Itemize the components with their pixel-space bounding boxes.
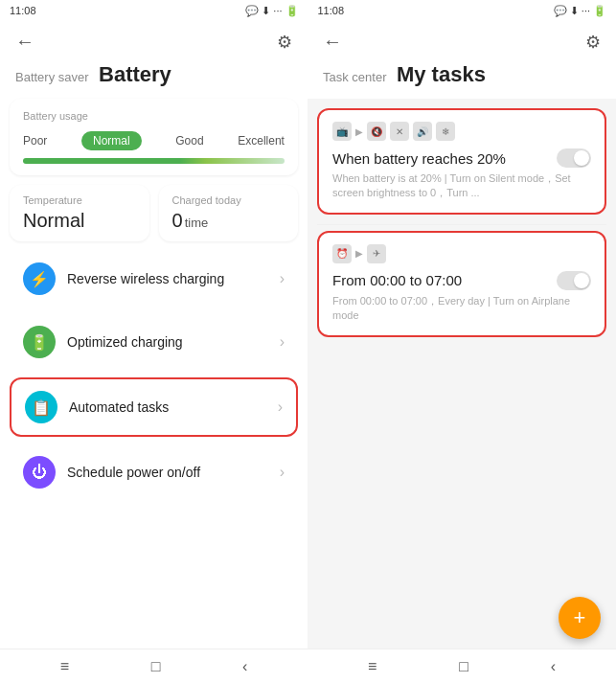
status-icons-left: 💬 ⬇ ··· [245,5,282,17]
task-battery-icon-vol: 🔊 [413,122,432,141]
tasks-list: 📺 ▶ 🔇 ✕ 🔊 ❄ When battery reaches 20% Whe… [308,99,616,649]
task-battery-icon-silent: 🔇 [367,122,386,141]
task-time-arrow: ▶ [355,248,363,259]
right-header: ← ⚙ [308,21,616,58]
menu-item-reverse-wireless[interactable]: ⚡ Reverse wireless charging › [10,251,298,307]
level-good: Good [175,134,203,148]
task-battery-icon-snow: ❄ [436,122,455,141]
status-bar-left: 11:08 💬 ⬇ ··· 🔋 [0,0,308,21]
status-battery-left: 🔋 [285,5,299,17]
temperature-label: Temperature [23,194,136,206]
task-time-toggle-knob [574,273,589,288]
right-gear-button[interactable]: ⚙ [585,32,601,53]
task-battery-title-row: When battery reaches 20% [332,148,591,168]
task-time-title: From 00:00 to 07:00 [332,272,549,288]
level-poor: Poor [23,134,47,148]
task-time-title-row: From 00:00 to 07:00 [332,271,591,290]
left-panel: ← ⚙ Battery saver Battery Battery usage … [0,21,308,683]
menu-section: ⚡ Reverse wireless charging › 🔋 Optimize… [0,251,308,649]
optimized-charging-label: Optimized charging [67,334,280,350]
automated-tasks-label: Automated tasks [69,399,278,415]
status-bar-right: 11:08 💬 ⬇ ··· 🔋 [308,0,617,21]
nav-back-right[interactable]: ‹ [551,658,556,675]
status-icons-right: 💬 ⬇ ··· [554,5,590,17]
charged-value: 0time [172,210,285,232]
task-battery-toggle-knob [574,150,589,166]
automated-tasks-icon: 📋 [25,391,57,423]
temperature-card: Temperature Normal [10,185,149,241]
right-title-big: My tasks [397,62,486,86]
charged-unit: time [185,216,209,230]
level-excellent: Excellent [238,134,285,148]
task-time[interactable]: ⏰ ▶ ✈ From 00:00 to 07:00 From 00:00 to … [317,231,606,337]
charged-number: 0 [172,210,183,231]
task-divider [317,224,606,225]
menu-item-automated-tasks[interactable]: 📋 Automated tasks › [10,377,298,437]
level-normal: Normal [81,131,142,150]
task-battery-arrow1: ▶ [355,126,363,137]
schedule-power-icon: ⏻ [23,456,56,489]
task-time-desc: From 00:00 to 07:00，Every day | Turn on … [332,294,591,324]
battery-usage-label: Battery usage [23,110,285,122]
left-back-button[interactable]: ← [15,31,34,53]
battery-levels-row: Poor Normal Good Excellent [23,131,285,150]
left-title-big: Battery [99,62,171,86]
nav-home-left[interactable]: □ [151,658,161,675]
task-time-toggle[interactable] [557,271,591,290]
schedule-power-label: Schedule power on/off [67,465,280,480]
left-title-row: Battery saver Battery [0,58,308,99]
task-time-icon-plane: ✈ [367,244,386,263]
task-battery-title: When battery reaches 20% [332,150,549,167]
nav-bar-left: ≡ □ ‹ [0,649,308,683]
reverse-wireless-icon: ⚡ [23,262,56,295]
task-battery-toggle[interactable] [557,148,591,168]
nav-menu-left[interactable]: ≡ [60,658,69,675]
menu-item-optimized-charging[interactable]: 🔋 Optimized charging › [10,314,298,370]
battery-usage-card: Battery usage Poor Normal Good Excellent [10,99,298,175]
stats-row: Temperature Normal Charged today 0time [10,185,298,241]
charged-today-card: Charged today 0time [159,185,299,241]
task-battery-icon-x: ✕ [390,122,409,141]
automated-tasks-chevron: › [278,398,283,416]
reverse-wireless-chevron: › [280,270,285,287]
left-title-small: Battery saver [15,70,89,84]
nav-back-left[interactable]: ‹ [242,658,247,675]
task-battery-icon-tv: 📺 [332,122,352,141]
left-gear-button[interactable]: ⚙ [277,32,292,53]
task-time-icons: ⏰ ▶ ✈ [332,244,591,263]
task-battery[interactable]: 📺 ▶ 🔇 ✕ 🔊 ❄ When battery reaches 20% Whe… [317,108,606,215]
nav-menu-right[interactable]: ≡ [368,658,376,675]
optimized-charging-chevron: › [280,333,285,351]
right-title-row: Task center My tasks [308,58,616,99]
status-battery-right: 🔋 [593,5,606,17]
right-back-button[interactable]: ← [323,31,342,53]
menu-item-schedule-power[interactable]: ⏻ Schedule power on/off › [10,444,298,500]
optimized-charging-icon: 🔋 [23,326,56,358]
task-battery-icons: 📺 ▶ 🔇 ✕ 🔊 ❄ [332,122,591,141]
status-time-right: 11:08 [318,5,345,16]
right-panel: ← ⚙ Task center My tasks 📺 ▶ 🔇 ✕ 🔊 [308,21,616,649]
left-header: ← ⚙ [0,21,308,58]
status-bar: 11:08 💬 ⬇ ··· 🔋 11:08 💬 ⬇ ··· 🔋 [0,0,616,21]
task-battery-desc: When battery is at 20% | Turn on Silent … [332,171,591,201]
nav-bar-right: ≡ □ ‹ [308,649,616,683]
schedule-power-chevron: › [280,464,285,481]
reverse-wireless-label: Reverse wireless charging [67,271,280,286]
status-time-left: 11:08 [10,5,36,16]
battery-progress-bar [23,158,285,164]
fab-add-button[interactable]: + [559,597,601,639]
nav-home-right[interactable]: □ [459,658,468,675]
task-time-icon-clock: ⏰ [332,244,352,263]
temperature-value: Normal [23,210,136,232]
right-wrapper: ← ⚙ Task center My tasks 📺 ▶ 🔇 ✕ 🔊 [308,21,616,683]
right-title-small: Task center [323,70,386,84]
charged-label: Charged today [172,194,285,206]
